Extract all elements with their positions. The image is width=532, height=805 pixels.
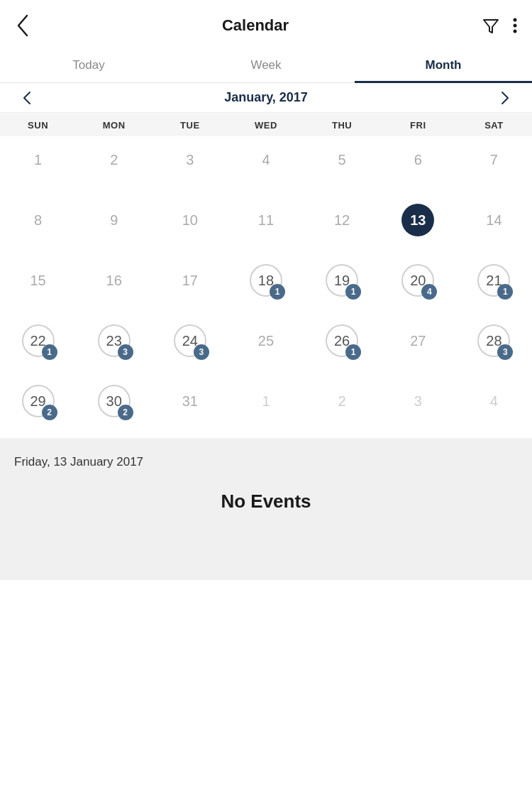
table-row[interactable]: 13 (380, 197, 456, 257)
day-header-wed: WED (228, 120, 304, 131)
event-badge: 2 (118, 405, 133, 420)
day-number: 204 (401, 264, 434, 297)
table-row[interactable]: 211 (456, 257, 532, 317)
day-header-thu: THU (304, 120, 380, 131)
event-badge: 1 (42, 344, 57, 360)
day-number: 3 (401, 385, 434, 417)
day-header-tue: TUE (152, 120, 228, 131)
day-number: 221 (22, 324, 55, 357)
svg-marker-0 (484, 20, 498, 33)
day-number: 4 (250, 143, 282, 176)
table-row[interactable]: 12 (304, 197, 380, 257)
tab-month[interactable]: Month (355, 48, 532, 82)
event-badge: 1 (270, 284, 285, 300)
tab-week[interactable]: Week (177, 48, 355, 82)
table-row[interactable]: 6 (380, 136, 456, 197)
day-headers-row: SUN MON TUE WED THU FRI SAT (0, 113, 532, 136)
day-number: 15 (22, 264, 55, 297)
calendar-grid: 1234567891011121314151617181191204211221… (0, 136, 532, 438)
more-icon[interactable] (512, 16, 518, 35)
table-row[interactable]: 243 (152, 317, 228, 378)
table-row[interactable]: 2 (304, 378, 380, 438)
event-badge: 1 (345, 284, 361, 300)
table-row[interactable]: 1 (0, 136, 76, 197)
day-number: 3 (174, 143, 206, 176)
table-row[interactable]: 204 (380, 257, 456, 317)
day-number: 12 (326, 204, 358, 236)
day-number: 14 (477, 204, 510, 236)
event-badge: 3 (118, 344, 133, 360)
day-number: 8 (22, 204, 55, 236)
table-row[interactable]: 221 (0, 317, 76, 378)
table-row[interactable]: 31 (152, 378, 228, 438)
bottom-section: Friday, 13 January 2017 No Events (0, 438, 532, 580)
table-row[interactable]: 3 (152, 136, 228, 197)
event-badge: 3 (194, 344, 209, 360)
day-number: 6 (401, 143, 434, 176)
page-title: Calendar (222, 16, 289, 35)
event-badge: 1 (497, 284, 513, 300)
day-number: 17 (174, 264, 206, 297)
table-row[interactable]: 1 (228, 378, 304, 438)
event-badge: 1 (345, 344, 361, 360)
table-row[interactable]: 9 (76, 197, 152, 257)
table-row[interactable]: 27 (380, 317, 456, 378)
header: Calendar (0, 0, 532, 48)
table-row[interactable]: 2 (76, 136, 152, 197)
no-events-label: No Events (14, 491, 518, 513)
day-number: 2 (326, 385, 358, 417)
event-badge: 4 (421, 284, 437, 300)
prev-month-button[interactable] (7, 89, 47, 106)
table-row[interactable]: 181 (228, 257, 304, 317)
day-number: 261 (326, 324, 358, 357)
day-header-mon: MON (76, 120, 152, 131)
table-row[interactable]: 283 (456, 317, 532, 378)
table-row[interactable]: 25 (228, 317, 304, 378)
table-row[interactable]: 292 (0, 378, 76, 438)
day-number: 16 (98, 264, 131, 297)
month-navigator: January, 2017 (0, 83, 532, 113)
svg-point-1 (514, 18, 517, 22)
day-number: 243 (174, 324, 206, 357)
day-number: 1 (22, 143, 55, 176)
event-badge: 3 (497, 344, 513, 360)
table-row[interactable]: 10 (152, 197, 228, 257)
table-row[interactable]: 17 (152, 257, 228, 317)
day-number: 292 (22, 385, 55, 417)
table-row[interactable]: 5 (304, 136, 380, 197)
table-row[interactable]: 8 (0, 197, 76, 257)
day-number: 2 (98, 143, 131, 176)
day-number: 9 (98, 204, 131, 236)
next-month-button[interactable] (485, 89, 525, 106)
day-header-fri: FRI (380, 120, 456, 131)
table-row[interactable]: 233 (76, 317, 152, 378)
day-number: 25 (250, 324, 282, 357)
day-header-sun: SUN (0, 120, 76, 131)
day-number: 27 (401, 324, 434, 357)
table-row[interactable]: 15 (0, 257, 76, 317)
table-row[interactable]: 261 (304, 317, 380, 378)
svg-point-2 (514, 24, 517, 28)
tab-today[interactable]: Today (0, 48, 177, 82)
table-row[interactable]: 4 (456, 378, 532, 438)
day-header-sat: SAT (456, 120, 532, 131)
table-row[interactable]: 11 (228, 197, 304, 257)
day-number: 31 (174, 385, 206, 417)
day-number: 11 (250, 204, 282, 236)
tabs-bar: Today Week Month (0, 48, 532, 83)
day-number: 13 (401, 204, 434, 236)
table-row[interactable]: 14 (456, 197, 532, 257)
header-icons (481, 16, 518, 35)
back-button[interactable] (14, 13, 30, 38)
svg-point-3 (514, 30, 517, 33)
day-number: 10 (174, 204, 206, 236)
table-row[interactable]: 191 (304, 257, 380, 317)
filter-icon[interactable] (481, 16, 501, 35)
day-number: 4 (477, 385, 510, 417)
table-row[interactable]: 16 (76, 257, 152, 317)
day-number: 191 (326, 264, 358, 297)
table-row[interactable]: 7 (456, 136, 532, 197)
table-row[interactable]: 3 (380, 378, 456, 438)
table-row[interactable]: 4 (228, 136, 304, 197)
table-row[interactable]: 302 (76, 378, 152, 438)
